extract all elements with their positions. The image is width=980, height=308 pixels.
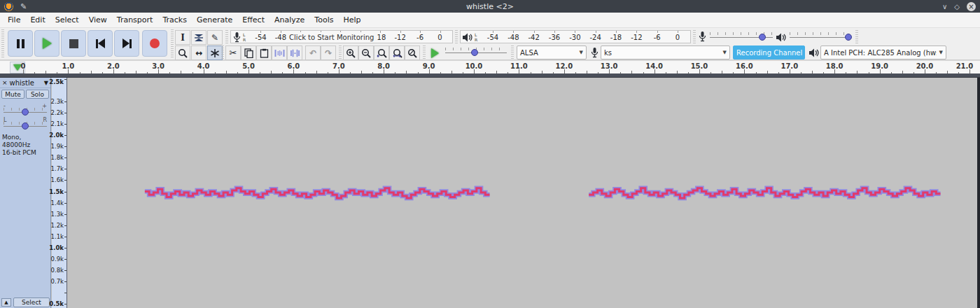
pan-thumb[interactable] <box>22 122 29 130</box>
fit-project-button[interactable] <box>389 46 405 60</box>
redo-button[interactable]: ↷ <box>321 46 336 60</box>
recording-volume-slider[interactable] <box>710 31 773 41</box>
recording-meter[interactable]: LR -54-48-42-36-30-24-18-12-60 Click to … <box>230 30 453 43</box>
timeline-tick <box>688 72 689 74</box>
recording-device-dropdown[interactable]: ks▼ <box>601 46 730 59</box>
menu-select[interactable]: Select <box>50 13 84 27</box>
gain-slider[interactable]: - + <box>4 104 47 114</box>
monitoring-text[interactable]: Click to Start Monitoring <box>286 32 377 43</box>
fit-project-icon <box>392 48 402 58</box>
playback-speed-thumb[interactable] <box>471 49 478 56</box>
timeline-tick <box>328 72 328 74</box>
meter-tick-label: -30 <box>569 34 580 41</box>
timeline-tick <box>215 72 216 74</box>
mixer-toolbar-gripper[interactable] <box>693 30 696 43</box>
transport-toolbar-gripper[interactable] <box>1 29 4 59</box>
zoom-tool-button[interactable] <box>175 46 190 60</box>
timeline-tick <box>823 72 824 74</box>
mixer-end-gripper[interactable] <box>855 30 858 43</box>
menu-analyze[interactable]: Analyze <box>270 13 309 27</box>
silence-audio-button[interactable] <box>287 46 302 60</box>
cut-button[interactable]: ✂ <box>225 46 241 60</box>
menu-tracks[interactable]: Tracks <box>158 13 192 27</box>
track-area: × whistle ▼ Mute Solo - + L R Mono, <box>0 77 980 308</box>
paste-button[interactable] <box>256 46 272 60</box>
timeline-label: 6.0 <box>288 62 300 70</box>
multi-tool-button[interactable] <box>207 46 223 60</box>
timeline-label: 4.0 <box>197 62 210 70</box>
playback-device-dropdown[interactable]: A Intel PCH: ALC285 Analog (hw:0,0)▼ <box>820 46 946 59</box>
zoom-in-button[interactable] <box>343 46 358 60</box>
trim-audio-button[interactable] <box>272 46 287 60</box>
menu-transport[interactable]: Transport <box>112 13 158 27</box>
menu-help[interactable]: Help <box>338 13 365 27</box>
timeshift-tool-button[interactable]: ↔ <box>191 46 206 60</box>
stop-button[interactable] <box>61 30 86 57</box>
recording-meter-gripper[interactable] <box>225 30 228 43</box>
track-control-panel[interactable]: × whistle ▼ Mute Solo - + L R Mono, <box>0 78 51 308</box>
play-at-speed-gripper[interactable] <box>423 46 426 59</box>
track-name[interactable]: whistle <box>10 79 44 87</box>
play-button[interactable] <box>34 30 59 57</box>
play-at-speed-icon <box>431 48 439 58</box>
frequency-ruler[interactable]: 2.5k2.3k2.2k2.1k2.0k1.9k1.8k1.7k1.6k1.5k… <box>52 78 67 308</box>
meter-tick-label: -48 <box>275 34 286 41</box>
playback-volume-thumb[interactable] <box>845 34 852 41</box>
copy-button[interactable] <box>241 46 256 60</box>
frequency-label: 1.5k <box>49 188 64 195</box>
timeline-tick <box>643 72 644 74</box>
fit-selection-button[interactable] <box>374 46 389 60</box>
menu-view[interactable]: View <box>84 13 112 27</box>
timeline-ruler[interactable]: 01.02.03.04.05.06.07.08.09.010.011.012.0… <box>0 60 980 77</box>
menu-effect[interactable]: Effect <box>237 13 270 27</box>
meter-tick-label: -6 <box>654 34 661 41</box>
menu-edit[interactable]: Edit <box>25 13 50 27</box>
playback-volume-slider[interactable] <box>790 31 851 41</box>
gain-thumb[interactable] <box>22 108 29 115</box>
timeline-label: 21.0 <box>956 62 974 70</box>
zoom-toolbar-gripper[interactable] <box>339 46 342 59</box>
play-at-speed-button[interactable] <box>427 46 442 60</box>
pencil-icon: ✎ <box>211 33 218 43</box>
edit-toolbar-gripper[interactable] <box>221 46 224 59</box>
vertical-scrollbar[interactable] <box>977 78 980 308</box>
frequency-label: 1.3k <box>51 211 64 218</box>
close-button[interactable]: × <box>967 2 976 11</box>
playback-speed-slider[interactable] <box>445 47 507 57</box>
pause-button[interactable] <box>8 30 33 57</box>
minimize-button[interactable]: ∨ <box>942 3 947 10</box>
selection-tool-button[interactable]: I <box>175 30 190 45</box>
timeline-label: 18.0 <box>826 62 844 70</box>
timeline-tick <box>80 72 80 74</box>
menu-generate[interactable]: Generate <box>192 13 237 27</box>
device-toolbar-gripper[interactable] <box>511 46 514 59</box>
skip-to-end-button[interactable] <box>114 30 139 57</box>
meter-tick-label: 0 <box>438 34 442 41</box>
track-close-button[interactable]: × <box>0 79 10 86</box>
zoom-toggle-button[interactable] <box>405 46 420 60</box>
audio-host-dropdown[interactable]: ALSA▼ <box>517 46 587 59</box>
recording-volume-thumb[interactable] <box>759 34 766 41</box>
undo-button[interactable]: ↶ <box>305 46 321 60</box>
maximize-button[interactable]: ◇ <box>954 3 960 10</box>
solo-button[interactable]: Solo <box>26 90 49 99</box>
menu-tools[interactable]: Tools <box>309 13 338 27</box>
draw-tool-button[interactable]: ✎ <box>207 30 223 45</box>
record-button[interactable] <box>142 30 167 57</box>
track-waveform-canvas[interactable] <box>67 78 977 308</box>
playback-meter[interactable]: LR -54-48-42-36-30-24-18-12-60 <box>460 30 691 43</box>
double-arrow-icon: ↔ <box>195 48 202 58</box>
collapse-track-button[interactable]: ▲ <box>1 298 11 307</box>
playback-meter-gripper[interactable] <box>455 30 458 43</box>
timeline-tick <box>463 72 463 74</box>
envelope-tool-button[interactable] <box>191 30 206 45</box>
recording-channels-dropdown[interactable]: Recording Channel▼ <box>733 46 805 59</box>
select-track-button[interactable]: Select <box>13 298 50 307</box>
playback-device-speaker-icon <box>808 48 820 58</box>
menu-file[interactable]: File <box>3 13 25 27</box>
pan-slider[interactable]: L R <box>4 118 47 128</box>
zoom-out-button[interactable] <box>358 46 374 60</box>
mute-button[interactable]: Mute <box>1 90 24 99</box>
skip-to-start-button[interactable] <box>88 30 113 57</box>
tools-toolbar-gripper[interactable] <box>171 29 174 59</box>
